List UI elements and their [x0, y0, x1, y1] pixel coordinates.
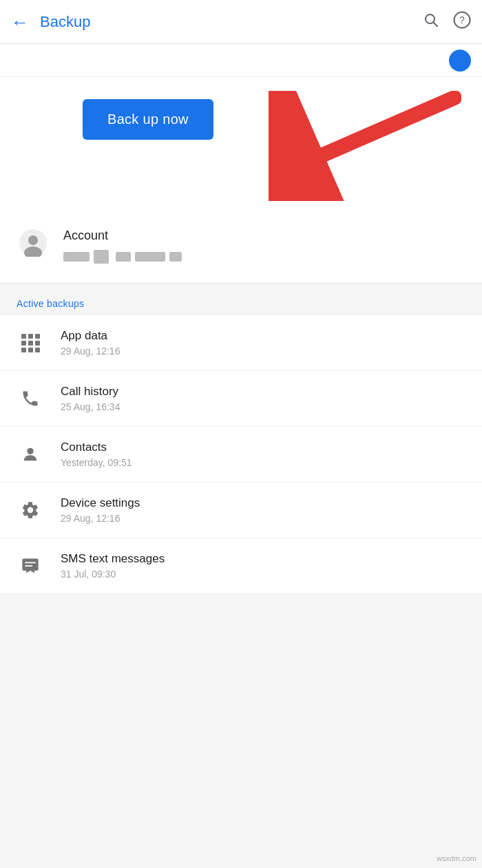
red-arrow-annotation [269, 91, 461, 201]
device-settings-title: Device settings [61, 496, 465, 510]
app-header: ← Backup ? [0, 0, 482, 44]
page-title: Backup [40, 13, 423, 31]
backup-now-section: Back up now [0, 77, 482, 215]
active-backups-header: Active backups [0, 284, 482, 315]
app-data-date: 29 Aug, 12:16 [61, 346, 465, 357]
app-data-content: App data 29 Aug, 12:16 [61, 329, 465, 357]
svg-point-9 [27, 448, 33, 454]
account-content: Account [63, 229, 465, 264]
list-item[interactable]: Contacts Yesterday, 09:51 [0, 427, 482, 483]
header-icons: ? [423, 11, 471, 33]
back-button[interactable]: ← [11, 13, 29, 31]
account-email-blurred [63, 250, 465, 264]
svg-line-1 [434, 22, 438, 26]
blur-block-4 [135, 252, 165, 262]
contacts-date: Yesterday, 09:51 [61, 457, 465, 468]
sms-icon [17, 556, 44, 575]
backup-now-button[interactable]: Back up now [83, 99, 213, 140]
contacts-content: Contacts Yesterday, 09:51 [61, 441, 465, 468]
device-settings-date: 29 Aug, 12:16 [61, 513, 465, 524]
svg-text:?: ? [459, 14, 465, 25]
call-history-icon [17, 389, 44, 408]
blur-block-1 [63, 252, 90, 262]
help-icon[interactable]: ? [453, 11, 471, 33]
contacts-title: Contacts [61, 441, 465, 454]
sms-date: 31 Jul, 09:30 [61, 569, 465, 580]
watermark: wsxdm.com [437, 854, 476, 862]
account-section[interactable]: Account [0, 215, 482, 283]
blur-block-5 [169, 252, 182, 262]
active-backups-label: Active backups [17, 298, 84, 309]
top-partial-bar [0, 44, 482, 77]
device-settings-icon [17, 500, 44, 520]
search-icon[interactable] [423, 12, 439, 32]
list-item[interactable]: Device settings 29 Aug, 12:16 [0, 483, 482, 538]
call-history-title: Call history [61, 385, 465, 399]
blur-block-3 [116, 252, 131, 262]
list-item[interactable]: App data 29 Aug, 12:16 [0, 315, 482, 371]
list-item[interactable]: SMS text messages 31 Jul, 09:30 [0, 538, 482, 594]
sms-title: SMS text messages [61, 552, 465, 566]
blue-circle-indicator [449, 50, 471, 72]
account-label: Account [63, 229, 465, 243]
svg-line-5 [296, 98, 454, 167]
contacts-icon [17, 445, 44, 464]
app-data-icon [17, 334, 44, 352]
svg-rect-10 [22, 559, 38, 571]
call-history-date: 25 Aug, 16:34 [61, 401, 465, 412]
svg-point-7 [28, 235, 38, 245]
sms-content: SMS text messages 31 Jul, 09:30 [61, 552, 465, 580]
app-data-title: App data [61, 329, 465, 343]
account-icon [17, 229, 50, 263]
blur-block-2 [94, 250, 109, 264]
list-item[interactable]: Call history 25 Aug, 16:34 [0, 371, 482, 427]
grid-icon [21, 334, 40, 352]
call-history-content: Call history 25 Aug, 16:34 [61, 385, 465, 412]
device-settings-content: Device settings 29 Aug, 12:16 [61, 496, 465, 524]
